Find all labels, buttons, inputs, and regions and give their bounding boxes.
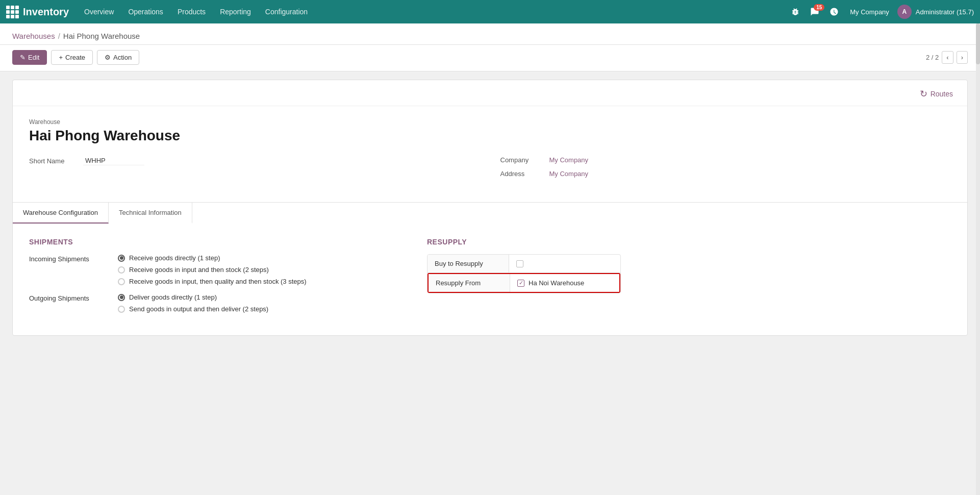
edit-button[interactable]: ✎ ✎ Edit Edit bbox=[12, 50, 47, 65]
user-name[interactable]: Administrator (15.7) bbox=[916, 8, 974, 16]
nav-item-operations[interactable]: Operations bbox=[121, 0, 170, 23]
radio-filled-out-1 bbox=[118, 294, 125, 301]
routes-icon: ↻ bbox=[920, 88, 927, 100]
buy-to-resupply-label: Buy to Resupply bbox=[428, 255, 509, 273]
short-name-value: WHHP bbox=[83, 156, 144, 165]
warehouse-card: ↻ Routes Warehouse Hai Phong Warehouse S… bbox=[12, 80, 968, 336]
company-address-fields: Company My Company Address My Company bbox=[500, 156, 951, 178]
outgoing-radio-group: Deliver goods directly (1 step) Send goo… bbox=[118, 293, 268, 313]
nav-item-overview[interactable]: Overview bbox=[77, 0, 121, 23]
incoming-label: Incoming Shipments bbox=[29, 254, 106, 263]
form-section: Warehouse Hai Phong Warehouse Short Name… bbox=[13, 106, 967, 202]
resupply-from-value: ✓ Ha Noi Warehouse bbox=[510, 274, 619, 292]
buy-to-resupply-checkbox[interactable] bbox=[516, 260, 523, 267]
prev-page-button[interactable]: ‹ bbox=[942, 51, 953, 64]
form-label-small: Warehouse bbox=[29, 118, 951, 126]
main-content: ↻ Routes Warehouse Hai Phong Warehouse S… bbox=[0, 71, 980, 344]
incoming-option-2[interactable]: Receive goods in input and then stock (2… bbox=[118, 266, 307, 274]
nav-item-products[interactable]: Products bbox=[170, 0, 213, 23]
tab-content: Shipments Incoming Shipments Receive goo… bbox=[13, 224, 967, 335]
tab-technical-information[interactable]: Technical Information bbox=[109, 203, 192, 224]
pagination: 2 / 2 ‹ › bbox=[926, 51, 968, 64]
short-name-group: Short Name WHHP bbox=[29, 156, 480, 178]
tab-warehouse-configuration[interactable]: Warehouse Configuration bbox=[13, 203, 109, 224]
buy-to-resupply-row: Buy to Resupply bbox=[428, 255, 620, 273]
outgoing-shipments-row: Outgoing Shipments Deliver goods directl… bbox=[29, 293, 396, 313]
company-selector[interactable]: My Company bbox=[846, 8, 893, 16]
shipments-section: Shipments Incoming Shipments Receive goo… bbox=[29, 238, 396, 321]
company-row: Company My Company bbox=[500, 156, 951, 164]
top-navigation: Inventory Overview Operations Products R… bbox=[0, 0, 980, 23]
app-title: Inventory bbox=[23, 6, 69, 18]
breadcrumb-parent[interactable]: Warehouses bbox=[12, 32, 55, 40]
chat-icon-btn[interactable]: 15 bbox=[807, 5, 822, 18]
user-avatar: A bbox=[897, 5, 912, 19]
warehouse-title: Hai Phong Warehouse bbox=[29, 128, 951, 144]
breadcrumb-current: Hai Phong Warehouse bbox=[63, 32, 140, 40]
company-value[interactable]: My Company bbox=[549, 156, 589, 164]
action-button[interactable]: ⚙ Action bbox=[97, 50, 139, 65]
resupply-from-warehouse: Ha Noi Warehouse bbox=[529, 279, 584, 287]
routes-button[interactable]: ↻ Routes bbox=[916, 86, 957, 102]
routes-label: Routes bbox=[931, 90, 953, 98]
breadcrumb-bar: Warehouses / Hai Phong Warehouse bbox=[0, 23, 980, 45]
gear-icon: ⚙ bbox=[105, 54, 111, 61]
next-page-button[interactable]: › bbox=[957, 51, 968, 64]
scroll-thumb[interactable] bbox=[976, 23, 980, 64]
address-label: Address bbox=[500, 170, 541, 178]
grid-icon bbox=[6, 6, 19, 18]
incoming-option-1[interactable]: Receive goods directly (1 step) bbox=[118, 254, 307, 262]
form-fields: Short Name WHHP Company My Company Addre… bbox=[29, 156, 951, 178]
short-name-label: Short Name bbox=[29, 156, 75, 165]
scrollbar[interactable] bbox=[976, 23, 980, 344]
notification-badge: 15 bbox=[814, 4, 824, 11]
radio-empty-3 bbox=[118, 278, 125, 285]
nav-item-configuration[interactable]: Configuration bbox=[258, 0, 315, 23]
radio-empty-2 bbox=[118, 266, 125, 274]
nav-menu: Overview Operations Products Reporting C… bbox=[77, 0, 788, 23]
nav-item-reporting[interactable]: Reporting bbox=[213, 0, 258, 23]
nav-right-area: 15 My Company A Administrator (15.7) bbox=[788, 5, 974, 19]
radio-filled-1 bbox=[118, 255, 125, 262]
breadcrumb-separator: / bbox=[58, 32, 60, 40]
plus-icon: + bbox=[59, 54, 63, 61]
pagination-info: 2 / 2 bbox=[926, 54, 939, 61]
resupply-table: Buy to Resupply Resupply From ✓ Ha Noi W… bbox=[427, 254, 621, 293]
card-top-right: ↻ Routes bbox=[13, 80, 967, 106]
resupply-from-checkbox[interactable]: ✓ bbox=[517, 280, 524, 287]
shipments-title: Shipments bbox=[29, 238, 396, 246]
create-button[interactable]: + Create bbox=[51, 50, 93, 65]
radio-empty-out-2 bbox=[118, 306, 125, 313]
clock-icon-btn[interactable] bbox=[826, 5, 842, 18]
address-value[interactable]: My Company bbox=[549, 170, 589, 178]
resupply-from-label: Resupply From bbox=[429, 274, 510, 292]
resupply-section: Resupply Buy to Resupply Resupply From ✓ bbox=[427, 238, 621, 321]
tabs-bar: Warehouse Configuration Technical Inform… bbox=[13, 202, 967, 224]
edit-icon: ✎ bbox=[20, 54, 26, 61]
bug-icon-btn[interactable] bbox=[788, 5, 803, 18]
outgoing-label: Outgoing Shipments bbox=[29, 293, 106, 302]
toolbar: ✎ ✎ Edit Edit + Create ⚙ Action 2 / 2 ‹ … bbox=[0, 45, 980, 71]
company-label: Company bbox=[500, 156, 541, 164]
address-row: Address My Company bbox=[500, 170, 951, 178]
outgoing-option-1[interactable]: Deliver goods directly (1 step) bbox=[118, 293, 268, 301]
resupply-title: Resupply bbox=[427, 238, 621, 246]
outgoing-option-2[interactable]: Send goods in output and then deliver (2… bbox=[118, 305, 268, 313]
incoming-radio-group: Receive goods directly (1 step) Receive … bbox=[118, 254, 307, 285]
resupply-from-row: Resupply From ✓ Ha Noi Warehouse bbox=[428, 273, 620, 293]
incoming-shipments-row: Incoming Shipments Receive goods directl… bbox=[29, 254, 396, 285]
breadcrumb: Warehouses / Hai Phong Warehouse bbox=[12, 32, 968, 40]
app-logo[interactable]: Inventory bbox=[6, 6, 69, 18]
incoming-option-3[interactable]: Receive goods in input, then quality and… bbox=[118, 278, 307, 285]
buy-to-resupply-value bbox=[509, 255, 620, 273]
